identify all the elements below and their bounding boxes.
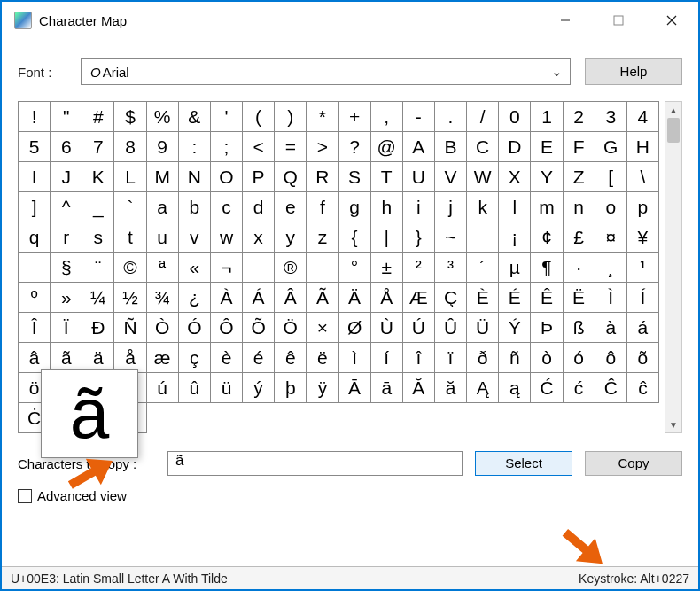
char-cell[interactable]: H	[627, 132, 659, 162]
char-cell[interactable]: Ò	[147, 313, 179, 343]
char-cell[interactable]: ^	[51, 192, 82, 222]
char-cell[interactable]: ÿ	[307, 373, 338, 403]
char-cell[interactable]: z	[307, 222, 338, 253]
char-cell[interactable]	[19, 253, 51, 283]
char-cell[interactable]: ä	[82, 343, 114, 373]
select-button[interactable]: Select	[475, 451, 572, 476]
char-cell[interactable]: í	[371, 343, 403, 373]
char-cell[interactable]: '	[211, 102, 243, 132]
char-cell[interactable]: :	[179, 132, 211, 162]
char-cell[interactable]: @	[371, 132, 403, 162]
char-cell[interactable]: â	[19, 343, 51, 373]
char-cell[interactable]: ¥	[627, 222, 659, 253]
close-button[interactable]	[645, 2, 698, 39]
char-cell[interactable]: Á	[243, 283, 275, 313]
char-cell[interactable]: Ą	[467, 373, 499, 403]
char-cell[interactable]: T	[371, 162, 403, 192]
char-cell[interactable]: ·	[564, 253, 595, 283]
char-cell[interactable]: M	[147, 162, 179, 192]
copy-input[interactable]: ã	[167, 451, 463, 476]
char-cell[interactable]: Ý	[499, 313, 531, 343]
char-cell[interactable]: W	[467, 162, 499, 192]
char-cell[interactable]: j	[435, 192, 467, 222]
char-cell[interactable]: -	[403, 102, 435, 132]
char-cell[interactable]: æ	[147, 343, 179, 373]
char-cell[interactable]: ¶	[531, 253, 563, 283]
char-cell[interactable]: {	[339, 222, 371, 253]
char-cell[interactable]: Ï	[51, 313, 82, 343]
char-cell[interactable]: R	[307, 162, 338, 192]
char-cell[interactable]: ]	[19, 192, 51, 222]
char-cell[interactable]: Ä	[339, 283, 371, 313]
char-cell[interactable]: O	[211, 162, 243, 192]
char-cell[interactable]: Å	[371, 283, 403, 313]
char-cell[interactable]: ~	[435, 222, 467, 253]
char-cell[interactable]: k	[467, 192, 499, 222]
char-cell[interactable]: (	[243, 102, 275, 132]
char-cell[interactable]: ¤	[595, 222, 627, 253]
char-cell[interactable]: Ë	[564, 283, 595, 313]
char-cell[interactable]: u	[147, 222, 179, 253]
char-cell[interactable]: §	[51, 253, 82, 283]
char-cell[interactable]: *	[307, 102, 338, 132]
char-cell[interactable]: S	[339, 162, 371, 192]
char-cell[interactable]: ¬	[211, 253, 243, 283]
char-cell[interactable]: Ø	[339, 313, 371, 343]
char-cell[interactable]: É	[499, 283, 531, 313]
char-cell[interactable]: l	[499, 192, 531, 222]
char-cell[interactable]: ć	[564, 373, 595, 403]
char-cell[interactable]: ¼	[82, 283, 114, 313]
char-cell[interactable]: \	[627, 162, 659, 192]
char-cell[interactable]: 8	[114, 132, 146, 162]
char-cell[interactable]: i	[403, 192, 435, 222]
char-cell[interactable]: 0	[499, 102, 531, 132]
char-cell[interactable]: d	[243, 192, 275, 222]
char-cell[interactable]: F	[564, 132, 595, 162]
char-cell[interactable]: ì	[339, 343, 371, 373]
char-cell[interactable]: s	[82, 222, 114, 253]
char-cell[interactable]: Ĉ	[595, 373, 627, 403]
char-cell[interactable]: û	[179, 373, 211, 403]
char-cell[interactable]: ;	[211, 132, 243, 162]
char-cell[interactable]: n	[564, 192, 595, 222]
scroll-down-icon[interactable]: ▼	[665, 416, 681, 432]
char-cell[interactable]: Ð	[82, 313, 114, 343]
char-cell[interactable]: Ă	[403, 373, 435, 403]
char-cell[interactable]: È	[467, 283, 499, 313]
char-cell[interactable]: Ñ	[114, 313, 146, 343]
char-cell[interactable]: »	[51, 283, 82, 313]
char-cell[interactable]: I	[19, 162, 51, 192]
char-cell[interactable]: ó	[564, 343, 595, 373]
char-cell[interactable]: >	[307, 132, 338, 162]
char-cell[interactable]: µ	[499, 253, 531, 283]
char-cell[interactable]: |	[371, 222, 403, 253]
char-cell[interactable]: õ	[627, 343, 659, 373]
char-cell[interactable]: Õ	[243, 313, 275, 343]
char-cell[interactable]: D	[499, 132, 531, 162]
minimize-button[interactable]	[539, 2, 592, 39]
char-cell[interactable]: A	[403, 132, 435, 162]
char-cell[interactable]: P	[243, 162, 275, 192]
char-cell[interactable]: 9	[147, 132, 179, 162]
char-cell[interactable]: ô	[595, 343, 627, 373]
char-cell[interactable]: ´	[467, 253, 499, 283]
char-cell[interactable]: Ā	[339, 373, 371, 403]
char-cell[interactable]: &	[179, 102, 211, 132]
char-cell[interactable]: v	[179, 222, 211, 253]
char-cell[interactable]: ­	[243, 253, 275, 283]
char-cell[interactable]: Y	[531, 162, 563, 192]
char-cell[interactable]: +	[339, 102, 371, 132]
scroll-up-icon[interactable]: ▲	[665, 102, 681, 118]
char-cell[interactable]: é	[243, 343, 275, 373]
char-cell[interactable]: ©	[114, 253, 146, 283]
char-cell[interactable]: Z	[564, 162, 595, 192]
char-cell[interactable]: /	[467, 102, 499, 132]
char-cell[interactable]: a	[147, 192, 179, 222]
char-cell[interactable]: ò	[531, 343, 563, 373]
char-cell[interactable]: ª	[147, 253, 179, 283]
char-cell[interactable]: Ê	[531, 283, 563, 313]
font-select[interactable]: O Arial ⌄	[81, 58, 571, 85]
char-cell[interactable]: x	[243, 222, 275, 253]
char-cell[interactable]: y	[275, 222, 307, 253]
char-cell[interactable]: ĉ	[627, 373, 659, 403]
